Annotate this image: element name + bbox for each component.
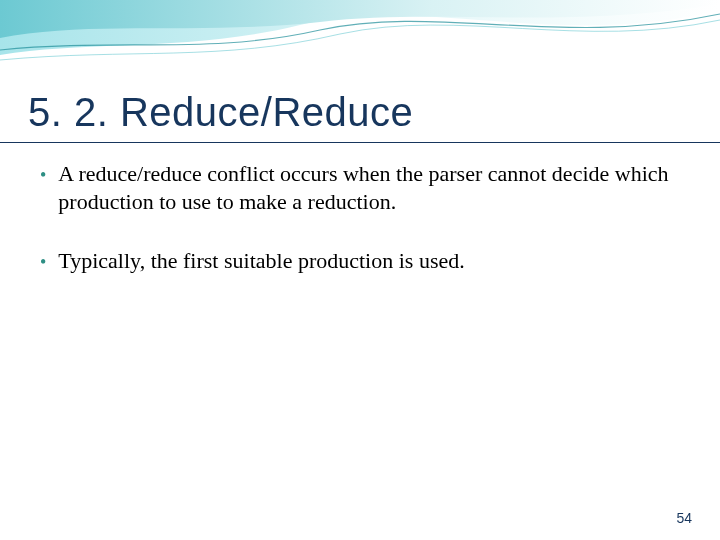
bullet-dot-icon: • — [40, 164, 46, 187]
bullet-text: A reduce/reduce conflict occurs when the… — [58, 160, 680, 215]
title-underline — [0, 142, 720, 143]
bullet-text: Typically, the first suitable production… — [58, 247, 680, 275]
slide-content: • A reduce/reduce conflict occurs when t… — [40, 160, 680, 307]
bullet-item: • A reduce/reduce conflict occurs when t… — [40, 160, 680, 215]
bullet-item: • Typically, the first suitable producti… — [40, 247, 680, 275]
header-wave-decoration — [0, 0, 720, 90]
slide-title: 5. 2. Reduce/Reduce — [28, 90, 413, 135]
bullet-dot-icon: • — [40, 251, 46, 274]
page-number: 54 — [676, 510, 692, 526]
